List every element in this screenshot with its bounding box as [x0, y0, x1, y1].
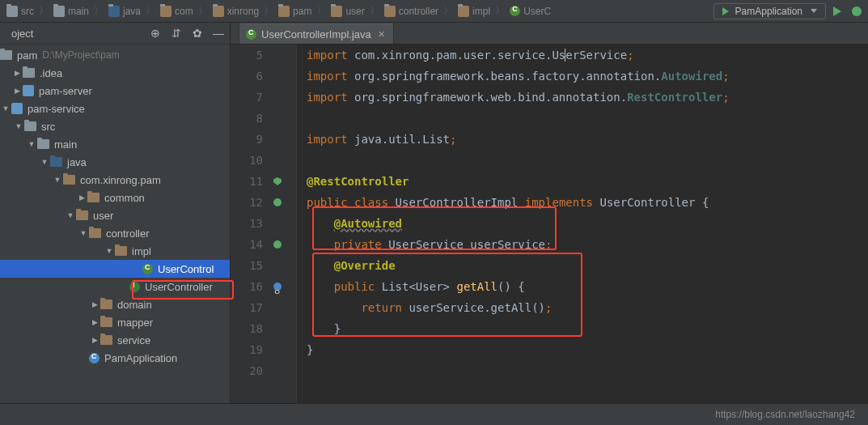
tree-pam-server[interactable]: ▶pam-server: [0, 82, 230, 100]
project-tool-window: oject ⊕ ⇵ ✿ — pamD:\MyProject\pam ▶.idea…: [0, 23, 231, 403]
project-panel-header: oject ⊕ ⇵ ✿ —: [0, 23, 230, 45]
bc-main[interactable]: main: [50, 6, 92, 17]
editor-area: UserControllerImpl.java ✕ 56789101112131…: [231, 23, 868, 403]
gutter-icons: [269, 45, 286, 403]
status-bar: https://blog.csdn.net/laozhang42: [0, 403, 868, 425]
bc-pam[interactable]: pam: [275, 6, 315, 17]
tree-src[interactable]: ▼src: [0, 117, 230, 135]
tree-java[interactable]: ▼java: [0, 153, 230, 171]
play-icon: [833, 6, 841, 16]
class-icon: [246, 29, 256, 40]
bc-com[interactable]: com: [157, 6, 197, 17]
watermark-text: https://blog.csdn.net/laozhang42: [715, 409, 855, 420]
bc-class[interactable]: UserC: [506, 6, 554, 17]
override-gutter-icon[interactable]: [273, 283, 282, 291]
tree-mapper[interactable]: ▶mapper: [0, 313, 230, 331]
bean-gutter-icon[interactable]: [273, 240, 282, 249]
run-gutter-icon[interactable]: [273, 177, 282, 185]
select-opened-icon[interactable]: ⊕: [149, 27, 162, 40]
tree-user[interactable]: ▼user: [0, 206, 230, 224]
tree-idea[interactable]: ▶.idea: [0, 64, 230, 82]
bean-gutter-icon[interactable]: [273, 198, 282, 206]
project-root[interactable]: pamD:\MyProject\pam: [0, 46, 230, 64]
tree-pam-service[interactable]: ▼pam-service: [0, 100, 230, 117]
tree-pkg[interactable]: ▼com.xinrong.pam: [0, 171, 230, 189]
project-tree[interactable]: pamD:\MyProject\pam ▶.idea ▶pam-server ▼…: [0, 45, 230, 368]
chevron-down-icon: [811, 9, 817, 13]
close-icon[interactable]: ✕: [378, 29, 385, 40]
bc-java[interactable]: java: [105, 6, 144, 17]
tree-service[interactable]: ▶service: [0, 331, 230, 349]
line-number-gutter: 567891011121314151617181920: [231, 45, 269, 403]
tree-usercontroller[interactable]: UserController: [0, 278, 230, 295]
bc-impl[interactable]: impl: [455, 6, 493, 17]
tab-title: UserControllerImpl.java: [261, 28, 371, 40]
tree-pamapp[interactable]: PamApplication: [0, 349, 230, 367]
tree-common[interactable]: ▶common: [0, 189, 230, 206]
collapse-all-icon[interactable]: ⇵: [170, 27, 183, 40]
code-editor[interactable]: 567891011121314151617181920 import com.x…: [231, 45, 868, 403]
breadcrumb: src〉 main〉 java〉 com〉 xinrong〉 pam〉 user…: [3, 4, 705, 18]
bc-src[interactable]: src: [3, 6, 37, 17]
bug-icon: [852, 6, 862, 16]
tree-usercontrolimpl[interactable]: UserControl: [0, 260, 230, 278]
editor-tab-bar: UserControllerImpl.java ✕: [231, 23, 868, 45]
run-button[interactable]: [829, 3, 845, 19]
editor-tab[interactable]: UserControllerImpl.java ✕: [239, 23, 394, 44]
bc-controller[interactable]: controller: [381, 6, 442, 17]
hide-icon[interactable]: —: [212, 27, 225, 40]
nav-toolbar: src〉 main〉 java〉 com〉 xinrong〉 pam〉 user…: [0, 0, 868, 23]
panel-title: oject: [5, 28, 141, 40]
debug-button[interactable]: [849, 3, 865, 19]
tree-domain[interactable]: ▶domain: [0, 295, 230, 313]
code-content[interactable]: import com.xinrong.pam.user.service.User…: [297, 45, 868, 403]
bc-user[interactable]: user: [328, 6, 367, 17]
fold-gutter[interactable]: [286, 45, 297, 403]
run-config-selector[interactable]: PamApplication: [713, 3, 826, 19]
tree-impl[interactable]: ▼impl: [0, 242, 230, 260]
tree-controller[interactable]: ▼controller: [0, 224, 230, 242]
tree-main[interactable]: ▼main: [0, 135, 230, 153]
bc-xinrong[interactable]: xinrong: [210, 6, 262, 17]
gear-icon[interactable]: ✿: [191, 27, 204, 40]
